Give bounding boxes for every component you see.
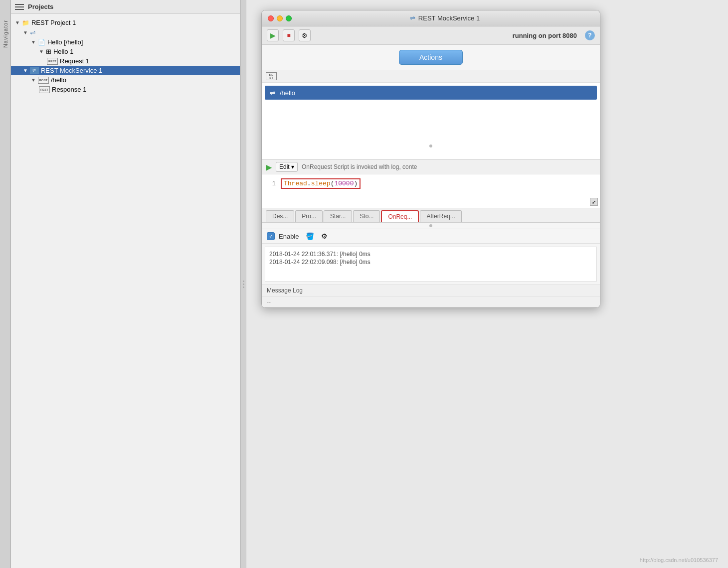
log-line-2: 2018-01-24 22:02:09.098: [/hello] 0ms [269, 258, 592, 266]
window-title: ⇌ REST MockService 1 [296, 14, 594, 22]
tree-item-rest-mockservice-1[interactable]: ▼ ⇌ REST MockService 1 [11, 66, 240, 75]
mock-service-icon-title: ⇌ [410, 14, 415, 22]
request-icon: REST [47, 58, 58, 65]
arrow-icon: ▼ [23, 68, 28, 73]
message-log-bar: Message Log [262, 284, 600, 296]
help-button[interactable]: ? [585, 30, 595, 40]
menu-icon[interactable] [15, 4, 24, 10]
double-arrow-icon: ⇌ [30, 28, 36, 36]
code-area: 1 Thread.sleep(10000) ⤢ [262, 174, 600, 208]
tree-item-hello-resource[interactable]: ▼ 📄 Hello [/hello] [11, 37, 240, 47]
actions-section: Actions [262, 45, 600, 70]
resource-path: /hello [280, 89, 295, 97]
script-play-button[interactable]: ▶ [266, 162, 272, 172]
code-paren-open: ( [331, 180, 335, 187]
mock-path-icon: POST [38, 77, 49, 84]
project-tree: ▼ 📁 REST Project 1 ▼ ⇌ ▼ 📄 Hello [/hello… [11, 14, 240, 568]
log-line-1: 2018-01-24 22:01:36.371: [/hello] 0ms [269, 250, 592, 258]
traffic-lights [268, 15, 292, 21]
code-method: sleep [311, 180, 331, 187]
tree-item-label: /hello [51, 76, 66, 84]
scroll-indicator [429, 144, 432, 147]
code-dot: . [307, 180, 311, 187]
panel-header: Projects [11, 0, 240, 14]
tree-item-rest-interface[interactable]: ▼ ⇌ [11, 27, 240, 37]
scroll-indicator-2 [429, 224, 432, 227]
log-area: 2018-01-24 22:01:36.371: [/hello] 0ms 20… [265, 247, 597, 282]
tree-item-label: REST Project 1 [31, 19, 76, 26]
page-icon: 📄 [38, 39, 45, 46]
code-class: Thread [284, 180, 307, 187]
tree-item-label: Hello [/hello] [47, 38, 83, 46]
tree-item-label: Response 1 [52, 86, 86, 93]
navigator-label: Navigator [2, 20, 8, 48]
enable-checkbox[interactable]: ✓ [267, 232, 275, 240]
tree-item-hello-mock[interactable]: ▼ POST /hello [11, 75, 240, 85]
tree-item-response-1[interactable]: REST Response 1 [11, 85, 240, 94]
tab-pro[interactable]: Pro... [295, 210, 323, 222]
stop-button[interactable]: ■ [283, 29, 295, 41]
maximize-button[interactable] [286, 15, 292, 21]
resource-area: REST ⇌ /hello [262, 70, 600, 160]
tree-item-request-1[interactable]: REST Request 1 [11, 56, 240, 66]
tabs-bar: Des... Pro... Star... Sto... OnReq... Af… [262, 208, 600, 223]
tree-item-hello-1[interactable]: ▼ ⊞ Hello 1 [11, 47, 240, 56]
close-button[interactable] [268, 15, 274, 21]
tab-sto[interactable]: Sto... [353, 210, 380, 222]
edit-dropdown[interactable]: Edit ▾ [276, 162, 298, 172]
window-titlebar: ⇌ REST MockService 1 [262, 10, 600, 26]
window-title-text: REST MockService 1 [418, 14, 480, 22]
script-section: ▶ Edit ▾ OnRequest Script is invoked wit… [262, 160, 600, 208]
status-bar: -- [262, 296, 600, 307]
main-area: ⇌ REST MockService 1 ▶ ■ ⚙ running on po… [246, 0, 728, 568]
navigator-sidebar: Navigator [0, 0, 11, 568]
tab-desc[interactable]: Des... [266, 210, 294, 222]
mock-service-window: ⇌ REST MockService 1 ▶ ■ ⚙ running on po… [261, 10, 600, 308]
tree-item-label: Request 1 [60, 57, 89, 65]
line-number: 1 [266, 180, 276, 187]
grid-icon: ⊞ [46, 48, 51, 55]
actions-button[interactable]: Actions [399, 50, 463, 65]
status-text: -- [267, 298, 271, 305]
tab-star[interactable]: Star... [324, 210, 352, 222]
script-toolbar: ▶ Edit ▾ OnRequest Script is invoked wit… [262, 160, 600, 174]
settings-button[interactable]: ⚙ [299, 29, 311, 41]
tree-item-label: REST MockService 1 [41, 67, 102, 74]
bottom-section: ✓ Enable 🪣 ⚙ 2018-01-24 22:01:36.371: [/… [262, 229, 600, 307]
tab-onreq[interactable]: OnReq... [381, 210, 419, 222]
arrow-icon: ▼ [31, 39, 36, 45]
left-panel: Projects ▼ 📁 REST Project 1 ▼ ⇌ ▼ 📄 Hell… [11, 0, 240, 568]
arrow-icon: ▼ [23, 30, 28, 35]
tree-item-rest-project-1[interactable]: ▼ 📁 REST Project 1 [11, 18, 240, 27]
message-log-label: Message Log [267, 287, 303, 294]
rest-badge-icon: REST [266, 72, 277, 80]
projects-title: Projects [28, 3, 53, 10]
arrow-icon: ▼ [31, 77, 36, 83]
response-icon: REST [39, 86, 50, 93]
enable-row: ✓ Enable 🪣 ⚙ [262, 229, 600, 244]
script-description: OnRequest Script is invoked with log, co… [302, 163, 417, 170]
divider-dots [243, 281, 244, 288]
panel-divider[interactable] [240, 0, 246, 568]
window-toolbar: ▶ ■ ⚙ running on port 8080 ? [262, 26, 600, 45]
arrow-icon: ▼ [39, 49, 44, 54]
folder-icon: 📁 [22, 19, 29, 26]
arrow-icon: ▼ [15, 20, 20, 25]
code-number: 10000 [334, 180, 354, 187]
code-line-1: 1 Thread.sleep(10000) [262, 177, 600, 190]
tree-item-label: Hello 1 [53, 48, 73, 55]
expand-icon[interactable]: ⤢ [590, 198, 598, 206]
resource-icon: ⇌ [270, 89, 276, 97]
play-button[interactable]: ▶ [267, 29, 279, 41]
watermark: http://blog.csdn.net/u010536377 [640, 557, 718, 563]
code-paren-close: ) [354, 180, 358, 187]
mock-service-icon: ⇌ [30, 67, 39, 74]
eraser-icon[interactable]: 🪣 [306, 232, 314, 240]
port-label: running on port 8080 [513, 32, 577, 39]
tab-afterreq[interactable]: AfterReq... [420, 210, 461, 222]
resource-selected-item[interactable]: ⇌ /hello [265, 86, 597, 100]
resource-header: REST [262, 70, 600, 83]
code-content[interactable]: Thread.sleep(10000) [281, 178, 361, 189]
minimize-button[interactable] [277, 15, 283, 21]
settings-icon-2[interactable]: ⚙ [321, 232, 328, 240]
